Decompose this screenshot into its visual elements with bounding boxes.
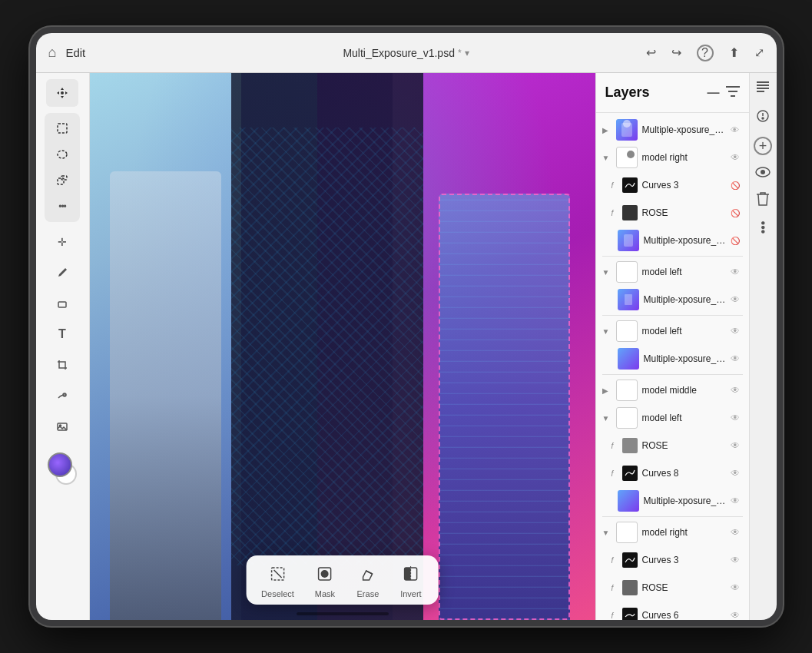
deselect-icon [265, 562, 290, 586]
right-figure [439, 194, 570, 620]
layer-visibility[interactable]: 🚫 [731, 181, 743, 190]
more-selection-btn[interactable]: ••• [48, 194, 77, 219]
home-icon[interactable]: ⌂ [48, 45, 57, 61]
layer-more-btn[interactable]: ••• [756, 221, 770, 234]
layer-item[interactable]: Multiple-xposure_Co... 👁 [596, 286, 749, 313]
layer-expand-arrow[interactable]: ▼ [602, 154, 611, 162]
smudge-tool-btn[interactable] [46, 382, 78, 409]
layer-visibility[interactable]: 👁 [731, 326, 743, 336]
layer-expand-arrow[interactable]: ▶ [602, 386, 611, 395]
svg-rect-22 [757, 91, 764, 92]
layer-mask-thumb [622, 608, 638, 620]
layer-item[interactable]: ▼ model left 👁 [596, 317, 749, 345]
layer-name: Multiple-xposure_Co... [644, 294, 726, 305]
layer-name: Curves 3 [642, 555, 726, 565]
layer-mask-thumb [622, 438, 638, 453]
quick-select-tool-btn[interactable] [48, 168, 77, 193]
layer-item[interactable]: f ROSE 👁 [596, 432, 749, 459]
layer-visibility[interactable]: 👁 [731, 152, 743, 163]
layer-visibility[interactable]: 👁 [731, 125, 743, 134]
svg-rect-20 [757, 85, 769, 86]
layer-item[interactable]: Multiple-xposure_Co... 👁 [596, 345, 749, 373]
crop-tool-btn[interactable] [46, 351, 78, 379]
layer-item[interactable]: ▼ model right 👁 [596, 519, 749, 546]
layer-visibility[interactable]: 👁 [731, 267, 743, 277]
layer-item[interactable]: f Curves 6 👁 [596, 602, 749, 620]
invert-tool[interactable]: Invert [399, 562, 423, 598]
layers-filter-btn[interactable] [726, 86, 740, 100]
svg-point-11 [321, 570, 329, 578]
type-tool-btn[interactable]: T [46, 320, 78, 348]
properties-panel-toggle[interactable] [755, 108, 771, 126]
layer-visibility[interactable]: 👁 [731, 413, 743, 423]
svg-point-1 [58, 151, 67, 158]
layers-panel-toggle[interactable] [755, 79, 771, 98]
layer-visibility[interactable]: 👁 [731, 496, 743, 506]
file-dropdown-arrow[interactable]: ▾ [465, 48, 469, 58]
layers-collapse-btn[interactable]: — [708, 86, 720, 100]
move-tool-btn[interactable] [46, 79, 78, 107]
healing-tool-btn[interactable]: ✛ [46, 228, 78, 256]
marquee-tool-btn[interactable] [48, 116, 77, 141]
add-layer-btn[interactable]: + [754, 137, 772, 155]
layer-visibility[interactable]: 🚫 [731, 237, 743, 245]
layer-item[interactable]: f ROSE 👁 [596, 574, 749, 602]
layer-expand-arrow[interactable]: ▼ [602, 414, 611, 423]
layer-item[interactable]: Multiple-xposure_Co... 🚫 [596, 227, 749, 254]
help-button[interactable]: ? [697, 45, 714, 61]
layer-visibility[interactable]: 👁 [731, 440, 743, 451]
layer-mask-thumb [622, 177, 638, 193]
brush-tool-btn[interactable] [46, 259, 78, 287]
primary-color-swatch[interactable] [48, 452, 72, 477]
layer-name: Multiple-xposure_Co... [644, 496, 726, 506]
mask-tool[interactable]: Mask [313, 562, 337, 598]
layer-visibility[interactable]: 👁 [731, 294, 743, 305]
image-tool-btn[interactable] [46, 413, 78, 440]
canvas-area[interactable]: Deselect Mask [90, 73, 595, 620]
layer-thumbnail [616, 407, 638, 429]
erase-tool[interactable]: Erase [356, 562, 380, 598]
redo-button[interactable]: ↪ [671, 45, 681, 60]
layer-expand-arrow[interactable]: ▼ [602, 529, 611, 537]
bottom-toolbar: Deselect Mask [246, 555, 439, 605]
layer-item[interactable]: f Curves 3 🚫 [596, 171, 749, 199]
deselect-tool[interactable]: Deselect [261, 562, 294, 598]
file-title-group: Multi_Exposure_v1.psd * ▾ [343, 47, 469, 59]
layer-visibility[interactable]: 👁 [731, 555, 743, 565]
lasso-tool-btn[interactable] [48, 142, 77, 167]
layer-item[interactable]: f ROSE 🚫 [596, 199, 749, 227]
layer-item[interactable]: ▶ model middle 👁 [596, 376, 749, 404]
layer-visibility[interactable]: 🚫 [731, 209, 743, 217]
delete-layer-btn[interactable] [756, 191, 770, 210]
layer-visibility-toggle[interactable] [755, 166, 771, 181]
layer-item[interactable]: ▼ model right 👁 [596, 144, 749, 171]
svg-rect-21 [757, 88, 769, 89]
layer-item[interactable]: Multiple-xposure_Co... 👁 [596, 487, 749, 515]
layer-item[interactable]: f Curves 3 👁 [596, 546, 749, 574]
layer-visibility[interactable]: 👁 [731, 527, 743, 538]
edit-label[interactable]: Edit [65, 46, 85, 59]
layer-visibility[interactable]: 👁 [731, 582, 743, 593]
layer-expand-arrow[interactable]: ▼ [602, 268, 611, 277]
fullscreen-button[interactable]: ⤢ [754, 45, 764, 60]
undo-button[interactable]: ↩ [646, 45, 656, 60]
layer-item[interactable]: ▼ model left 👁 [596, 404, 749, 432]
layer-expand-arrow[interactable]: ▼ [602, 327, 611, 336]
layer-item[interactable]: ▶ Multiple-xposure_Co... 👁 [596, 116, 749, 144]
layer-visibility[interactable]: 👁 [731, 385, 743, 396]
layer-visibility[interactable]: 👁 [731, 610, 743, 620]
layer-name: Curves 6 [642, 610, 726, 620]
svg-rect-19 [757, 81, 769, 83]
invert-icon [399, 562, 423, 586]
layer-visibility[interactable]: 👁 [731, 353, 743, 364]
layer-item[interactable]: ▼ model left 👁 [596, 258, 749, 286]
layer-visibility[interactable]: 👁 [731, 468, 743, 479]
top-bar-right: ↩ ↪ ? ⬆ ⤢ [646, 45, 764, 61]
layer-item[interactable]: f Curves 8 👁 [596, 459, 749, 487]
share-button[interactable]: ⬆ [729, 45, 739, 60]
svg-line-9 [273, 570, 281, 578]
layer-mask-thumb [622, 580, 638, 595]
eraser-tool-btn[interactable] [46, 290, 78, 317]
svg-rect-2 [58, 178, 64, 184]
layer-name: model left [642, 326, 726, 336]
